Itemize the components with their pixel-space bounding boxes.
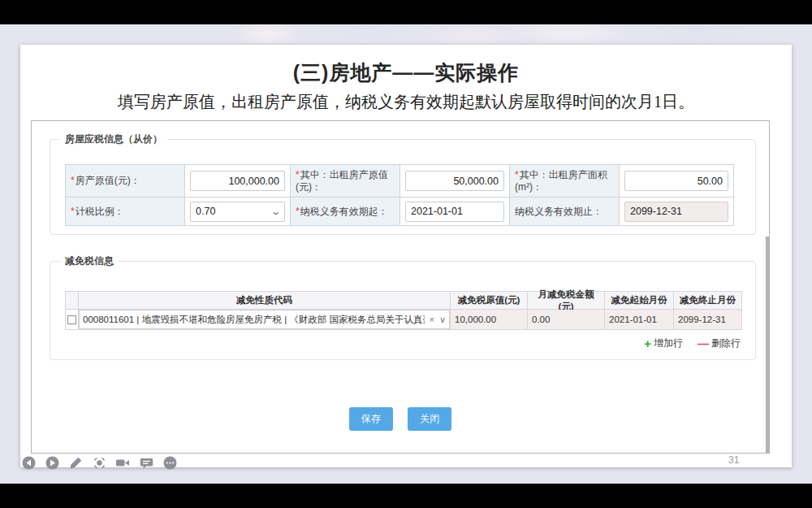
comment-icon[interactable] — [139, 455, 153, 470]
taxable-info-panel: 房屋应税信息（从价） *房产原值(元)： 100,000.00 *其中：出租房产… — [50, 139, 756, 235]
screen: (三)房地产——实际操作 填写房产原值，出租房产原值，纳税义务有效期起默认房屋取… — [0, 0, 812, 508]
tax-ratio-label: *计税比例： — [66, 198, 185, 225]
previous-slide-icon[interactable] — [21, 455, 36, 470]
obligation-start-label: *纳税义务有效期起： — [291, 198, 400, 225]
table-row: *计税比例： 0.70 ⌄ *纳税义务有效期起： — [66, 198, 733, 225]
row-checkbox[interactable] — [67, 315, 76, 324]
original-value-input[interactable]: 100,000.00 — [190, 171, 285, 191]
slide-subtitle: 填写房产原值，出租房产原值，纳税义务有效期起默认房屋取得时间的次月1日。 — [20, 91, 792, 113]
column-header: 减免起始月份 — [605, 292, 674, 310]
pencil-icon[interactable] — [68, 455, 83, 470]
slide: (三)房地产——实际操作 填写房产原值，出租房产原值，纳税义务有效期起默认房屋取… — [20, 45, 792, 467]
laser-pointer-icon[interactable] — [92, 455, 106, 470]
relief-table: 减免性质代码 减免税原值(元) 月减免税金额(元) 减免起始月份 减免终止月份 … — [65, 291, 742, 330]
plus-icon: + — [644, 336, 651, 350]
page-number: 31 — [728, 454, 739, 466]
relief-table-row: 0008011601 | 地震毁损不堪和危险房屋免房产税 | 《财政部 国家税务… — [66, 310, 741, 329]
column-header: 减免终止月份 — [674, 292, 741, 310]
relief-code-text: 0008011601 | 地震毁损不堪和危险房屋免房产税 | 《财政部 国家税务… — [83, 314, 425, 326]
relief-table-header-row: 减免性质代码 减免税原值(元) 月减免税金额(元) 减免起始月份 减免终止月份 — [66, 292, 741, 310]
required-asterisk: * — [296, 169, 300, 180]
minus-icon: — — [698, 337, 709, 350]
rented-original-value-label: *其中：出租房产原值(元)： — [291, 165, 400, 198]
close-button[interactable]: 关闭 — [408, 407, 451, 431]
checkbox-column-header — [66, 292, 79, 310]
relief-info-panel: 减免税信息 减免性质代码 减免税原值(元) 月减免税金额(元) 减免起始月份 减… — [50, 261, 756, 360]
rented-area-label: *其中：出租房产面积(m²)： — [510, 165, 620, 198]
dialog-actions: 保存 关闭 — [32, 407, 769, 431]
relief-original-value: 10,000.00 — [451, 310, 528, 329]
taxable-info-table: *房产原值(元)： 100,000.00 *其中：出租房产原值(元)： 50,0… — [65, 164, 734, 226]
chevron-down-icon: ⌄ — [270, 206, 281, 217]
video-camera-icon[interactable] — [115, 455, 130, 470]
relief-start-month: 2021-01-01 — [605, 310, 674, 329]
tax-form-dialog: 房屋应税信息（从价） *房产原值(元)： 100,000.00 *其中：出租房产… — [31, 120, 770, 454]
more-options-icon[interactable] — [162, 455, 177, 470]
clear-icon[interactable]: × — [430, 315, 434, 324]
required-asterisk: * — [71, 175, 75, 186]
delete-row-button[interactable]: — 删除行 — [698, 336, 741, 350]
blurred-flower-background — [0, 24, 812, 47]
relief-info-legend: 减免税信息 — [60, 254, 119, 268]
column-header: 减免性质代码 — [79, 292, 451, 310]
column-header: 减免税原值(元) — [451, 292, 528, 310]
presenter-toolbar — [21, 455, 177, 470]
required-asterisk: * — [71, 206, 75, 217]
table-row: *房产原值(元)： 100,000.00 *其中：出租房产原值(元)： 50,0… — [66, 165, 733, 198]
obligation-end-label: 纳税义务有效期止： — [510, 198, 620, 225]
rented-original-value-input[interactable]: 50,000.00 — [405, 171, 504, 191]
original-value-label: *房产原值(元)： — [66, 165, 185, 198]
required-asterisk: * — [515, 169, 519, 180]
expand-icon[interactable]: ∨ — [439, 315, 446, 325]
scrollbar-thumb[interactable] — [766, 237, 769, 453]
relief-end-month: 2099-12-31 — [674, 310, 741, 329]
row-operations: + 增加行 — 删除行 — [644, 336, 741, 350]
required-asterisk: * — [296, 206, 300, 217]
rented-area-input[interactable]: 50.00 — [624, 171, 728, 191]
taxable-info-legend: 房屋应税信息（从价） — [60, 132, 167, 146]
letterbox-bottom — [0, 484, 812, 508]
save-button[interactable]: 保存 — [349, 407, 393, 431]
obligation-start-input[interactable]: 2021-01-01 — [405, 202, 504, 222]
add-row-button[interactable]: + 增加行 — [644, 336, 683, 350]
tax-ratio-select[interactable]: 0.70 ⌄ — [190, 202, 285, 222]
play-icon[interactable] — [45, 455, 59, 470]
slide-title: (三)房地产——实际操作 — [20, 59, 792, 86]
column-header: 月减免税金额(元) — [528, 292, 605, 310]
letterbox-top — [0, 0, 812, 24]
relief-monthly-amount: 0.00 — [528, 310, 605, 329]
presentation-stage: (三)房地产——实际操作 填写房产原值，出租房产原值，纳税义务有效期起默认房屋取… — [0, 24, 812, 484]
relief-code-select[interactable]: 0008011601 | 地震毁损不堪和危险房屋免房产税 | 《财政部 国家税务… — [79, 310, 450, 329]
obligation-end-field: 2099-12-31 — [624, 202, 728, 222]
